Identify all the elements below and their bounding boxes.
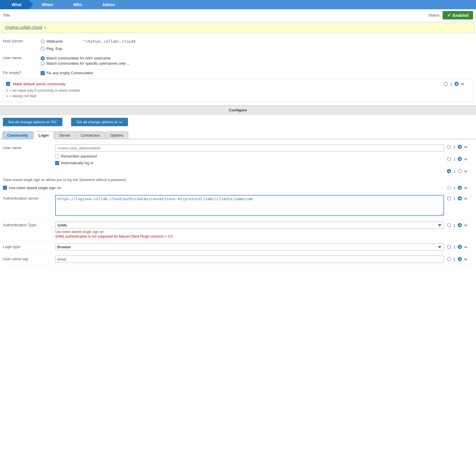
auth-server-row: Authentication server: https://loginna.c… — [3, 193, 473, 219]
tab-server[interactable]: Server — [54, 131, 75, 139]
auth-server-label: Authentication server: — [3, 195, 55, 200]
username-tag-row: User name tag: 1 ∞ — [3, 253, 473, 265]
login-username-field: Remember password ✓ Automatically log in — [55, 144, 444, 166]
login-type-radio-1[interactable] — [447, 245, 451, 249]
auto-login-row: ✓ Automatically log in — [55, 160, 444, 166]
sso-radio-group: 1 ∞ — [447, 185, 473, 190]
tab-login[interactable]: Login — [34, 131, 54, 139]
remember-password-checkbox[interactable] — [55, 154, 59, 158]
auto-login-label: Automatically log in — [61, 161, 93, 165]
fix-empty-label: Fix empty? — [3, 70, 41, 75]
username-input[interactable] — [55, 144, 444, 152]
login-type-radio-inf[interactable] — [458, 245, 462, 249]
tab-options[interactable]: Options — [105, 131, 128, 139]
auth-server-radio-inf[interactable] — [458, 196, 462, 200]
fix-empty-checkbox-label: Fix any empty Communities — [46, 71, 93, 75]
autologin-radio-inf[interactable] — [458, 169, 462, 173]
remember-password-row: Remember password — [55, 153, 444, 160]
title-input-area[interactable]: chatna.collab.cloud ✎ — [2, 23, 474, 33]
tab-community[interactable]: Community — [2, 131, 33, 139]
main-content: User name: Remember password ✓ Automatic… — [0, 139, 476, 268]
title-row: Title: Status: ✓ Enabled — [0, 9, 476, 21]
username-tag-radio-1[interactable] — [447, 257, 451, 261]
title-value: chatna.collab.cloud — [5, 25, 42, 30]
radio-1-group: 1 ∞ — [444, 82, 470, 86]
edit-icon: ✎ — [44, 26, 46, 29]
username-row: User name: Match communities for ANY use… — [3, 53, 473, 68]
fix-empty-checkbox[interactable]: ✓ — [41, 71, 45, 75]
set-inf-button[interactable]: Set all change options to '∞' — [71, 118, 128, 126]
set-01-button[interactable]: Set all change options to '0/1' — [3, 118, 62, 126]
auth-server-radio-1[interactable] — [447, 196, 451, 200]
specific-username-radio[interactable] — [41, 62, 45, 66]
fix-empty-content: ✓ Fix any empty Communities — [41, 70, 473, 76]
username-tag-field — [55, 256, 444, 263]
default-community-checkbox[interactable]: ✓ — [6, 82, 10, 86]
host-server-label: Host Server: — [3, 38, 41, 43]
auth-type-label: Authentication Type: — [3, 222, 55, 227]
username-tag-input[interactable] — [55, 256, 444, 263]
auto-login-checkbox[interactable]: ✓ — [55, 161, 59, 165]
username-tag-radio-group: 1 ∞ — [447, 257, 473, 261]
any-username-radio[interactable] — [41, 56, 45, 60]
login-type-field: Browser Embedded Auto — [55, 243, 444, 251]
sso-radio-1[interactable] — [447, 186, 451, 190]
login-type-radio-group: 1 ∞ — [447, 245, 473, 249]
wildcards-row: Wildcards ^chatna\.collab\.cloud$ — [41, 38, 473, 44]
auth-server-radio-group: 1 ∞ — [447, 196, 473, 201]
nav-tab-admin[interactable]: Admin — [91, 0, 127, 9]
auth-type-warning: SAML authentication is not supported for… — [55, 234, 444, 238]
remember-radio-group: 1 ∞ — [447, 157, 473, 161]
wildcards-label: Wildcards — [46, 39, 63, 44]
status-label: Status: — [428, 13, 440, 17]
nav-tab-what[interactable]: What — [0, 0, 33, 9]
autologin-radio-1[interactable] — [447, 169, 451, 173]
specific-username-row: Match communities for specific usernames… — [41, 61, 473, 66]
auth-type-select[interactable]: SAML Kerberos None — [55, 222, 444, 229]
username-content: Match communities for ANY username Match… — [41, 55, 473, 66]
regexp-row: Reg. Exp. — [41, 46, 473, 51]
configure-section: Configure — [0, 105, 476, 115]
auth-type-radio-1[interactable] — [447, 223, 451, 227]
radio-inf[interactable] — [455, 82, 459, 86]
sso-description: Token based single sign on allows you to… — [3, 176, 473, 183]
hint-text-2: ∞ = always set field — [6, 93, 470, 99]
nav-tab-who[interactable]: Who — [62, 0, 93, 9]
remember-radio-inf[interactable] — [458, 157, 462, 161]
any-username-row: Match communities for ANY username — [41, 56, 473, 60]
configure-buttons: Set all change options to '0/1' Set all … — [0, 115, 476, 129]
nav-tab-when[interactable]: When — [30, 0, 64, 9]
username-radio-inf[interactable] — [458, 145, 462, 149]
auth-type-info: Use token based single sign on — [55, 230, 444, 234]
regexp-radio[interactable] — [41, 47, 45, 51]
enabled-button[interactable]: ✓ Enabled — [443, 11, 473, 19]
wildcards-radio[interactable] — [41, 39, 45, 44]
check-icon: ✓ — [447, 12, 451, 18]
username-radio-1[interactable] — [447, 145, 451, 149]
sso-row: ✓ Use token based single sign on 1 ∞ — [3, 183, 473, 193]
sso-checkbox[interactable]: ✓ — [3, 186, 7, 190]
sso-radio-inf[interactable] — [458, 186, 462, 190]
auth-server-field: https://loginna.collab.cloud/auth/realms… — [55, 195, 444, 217]
autologin-radio-group: 1 ∞ — [447, 169, 473, 173]
login-username-label: User name: — [3, 144, 55, 150]
regex-value: ^chatna\.collab\.cloud$ — [83, 39, 136, 44]
default-community-row: ✓ Make default server community 1 ∞ — [6, 82, 470, 86]
login-username-row: User name: Remember password ✓ Automatic… — [3, 142, 473, 176]
username-tag-radio-inf[interactable] — [458, 257, 462, 261]
auth-server-input[interactable]: https://loginna.collab.cloud/auth/realms… — [55, 195, 444, 216]
sso-label: Use token based single sign on — [9, 186, 61, 190]
regexp-label: Reg. Exp. — [46, 46, 63, 51]
login-type-select[interactable]: Browser Embedded Auto — [55, 243, 444, 251]
tab-connection[interactable]: Connection — [76, 131, 105, 139]
radio-1[interactable] — [444, 82, 448, 86]
tab-bar: Community Login Server Connection Option… — [0, 129, 476, 139]
remember-radio-1[interactable] — [447, 157, 451, 161]
any-username-label: Match communities for ANY username — [46, 56, 111, 60]
title-label: Title: — [3, 13, 11, 17]
host-server-content: Wildcards ^chatna\.collab\.cloud$ Reg. E… — [41, 38, 473, 52]
auth-type-row: Authentication Type: SAML Kerberos None … — [3, 219, 473, 241]
host-server-row: Host Server: Wildcards ^chatna\.collab\.… — [3, 37, 473, 53]
specific-username-label: Match communities for specific usernames… — [46, 61, 130, 66]
auth-type-radio-inf[interactable] — [458, 223, 462, 227]
